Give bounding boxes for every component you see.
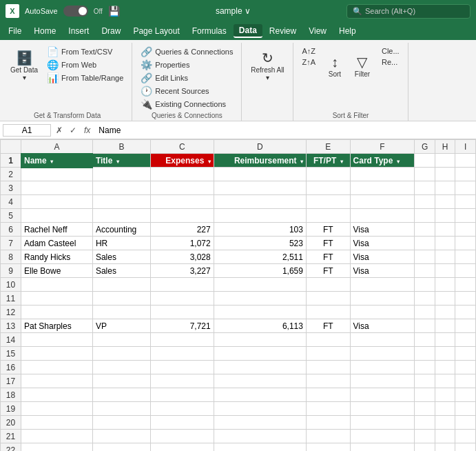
from-text-csv-button[interactable]: 📄 From Text/CSV — [43, 46, 127, 58]
cell-f7[interactable]: Visa — [350, 237, 415, 250]
cell-d13[interactable]: 6,113 — [214, 319, 306, 333]
filename: sample — [216, 6, 242, 16]
cell-a6[interactable]: Rachel Neff — [21, 223, 93, 237]
cell-e8[interactable]: FT — [306, 250, 350, 264]
table-row: 11 — [1, 292, 476, 305]
sort-icon: ↕️ — [331, 55, 338, 69]
get-data-button[interactable]: 🗄️ Get Data ▾ — [7, 46, 41, 87]
table-row: 2 — [1, 168, 476, 181]
sort-az-button[interactable]: A↑Z — [298, 46, 320, 57]
col-header-a[interactable]: A — [21, 140, 93, 154]
menu-pagelayout[interactable]: Page Layout — [127, 25, 185, 37]
cell-a13[interactable]: Pat Sharples — [21, 319, 93, 333]
properties-button[interactable]: ⚙️ Properties — [136, 59, 194, 71]
cell-f13[interactable]: Visa — [350, 319, 415, 333]
cell-a9[interactable]: Elle Bowe — [21, 264, 93, 278]
queries-group: 🔗 Queries & Connections ⚙️ Properties 🔗 … — [132, 43, 242, 121]
menu-file[interactable]: File — [3, 25, 27, 37]
sort-az-icon: A↑Z — [302, 47, 315, 55]
filter-icon: ▽ — [357, 55, 367, 69]
refresh-group: ↻ Refresh All ▾ — [242, 43, 293, 121]
table-row: 8Randy HicksSales3,0282,511FTVisa — [1, 250, 476, 264]
col-header-h[interactable]: H — [435, 140, 455, 154]
cell-b6[interactable]: Accounting — [92, 223, 150, 237]
edit-links-icon: 🔗 — [141, 73, 152, 83]
table-row: 19 — [1, 402, 476, 416]
sort-filter-label: Sort & Filter — [333, 110, 369, 119]
cell-b13[interactable]: VP — [92, 319, 150, 333]
menu-review[interactable]: Review — [264, 25, 302, 37]
cell-d6[interactable]: 103 — [214, 223, 306, 237]
col-header-e[interactable]: E — [306, 140, 350, 154]
table-cell-title-header[interactable]: Title ▾ — [92, 154, 150, 168]
recent-sources-button[interactable]: 🕐 Recent Sources — [136, 85, 213, 97]
cell-e7[interactable]: FT — [306, 237, 350, 250]
menu-insert[interactable]: Insert — [63, 25, 94, 37]
col-header-f[interactable]: F — [350, 140, 415, 154]
cell-e6[interactable]: FT — [306, 223, 350, 237]
sort-button[interactable]: ↕️ Sort — [322, 46, 347, 87]
menu-view[interactable]: View — [303, 25, 332, 37]
queries-icon: 🔗 — [141, 47, 152, 57]
table-row: 16 — [1, 361, 476, 374]
cell-c9[interactable]: 3,227 — [151, 264, 214, 278]
cell-e13[interactable]: FT — [306, 319, 350, 333]
search-box[interactable]: 🔍 Search (Alt+Q) — [346, 4, 470, 19]
cell-f9[interactable]: Visa — [350, 264, 415, 278]
cell-c8[interactable]: 3,028 — [151, 250, 214, 264]
get-data-label: Get Data — [10, 66, 38, 74]
cell-c6[interactable]: 227 — [151, 223, 214, 237]
table-row: 14 — [1, 333, 476, 347]
table-row: 17 — [1, 374, 476, 388]
cell-d8[interactable]: 2,511 — [214, 250, 306, 264]
col-header-g[interactable]: G — [415, 140, 435, 154]
sort-za-button[interactable]: Z↑A — [298, 57, 320, 68]
refresh-all-button[interactable]: ↻ Refresh All ▾ — [248, 46, 287, 87]
col-header-d[interactable]: D — [214, 140, 306, 154]
table-cell-ftpt-header[interactable]: FT/PT ▾ — [306, 154, 350, 168]
existing-connections-button[interactable]: 🔌 Existing Connections — [136, 98, 230, 110]
col-header-b[interactable]: B — [92, 140, 150, 154]
edit-links-button[interactable]: 🔗 Edit Links — [136, 72, 192, 84]
cell-f6[interactable]: Visa — [350, 223, 415, 237]
confirm-formula-icon[interactable]: ✓ — [68, 126, 79, 135]
table-cell-card-header[interactable]: Card Type ▾ — [350, 154, 415, 168]
menu-home[interactable]: Home — [28, 25, 61, 37]
cell-d9[interactable]: 1,659 — [214, 264, 306, 278]
save-icon[interactable]: 💾 — [108, 6, 120, 17]
menu-help[interactable]: Help — [333, 25, 362, 37]
cell-b8[interactable]: Sales — [92, 250, 150, 264]
table-row: 1 Name ▾ Title ▾ Expenses ▾ Reimbursemen… — [1, 154, 476, 168]
cell-a7[interactable]: Adam Casteel — [21, 237, 93, 250]
reapply-button[interactable]: Re... — [377, 57, 404, 68]
cell-f8[interactable]: Visa — [350, 250, 415, 264]
table-cell-name-header[interactable]: Name ▾ — [21, 154, 93, 168]
col-header-i[interactable]: I — [455, 140, 476, 154]
table-row: 15 — [1, 347, 476, 361]
cell-b7[interactable]: HR — [92, 237, 150, 250]
clear-label: Cle... — [382, 47, 400, 55]
get-transform-label: Get & Transform Data — [34, 110, 101, 119]
cell-a8[interactable]: Randy Hicks — [21, 250, 93, 264]
cancel-formula-icon[interactable]: ✗ — [54, 126, 65, 135]
cell-b9[interactable]: Sales — [92, 264, 150, 278]
menu-draw[interactable]: Draw — [96, 25, 126, 37]
table-cell-expenses-header[interactable]: Expenses ▾ — [151, 154, 214, 168]
cell-d7[interactable]: 523 — [214, 237, 306, 250]
from-table-button[interactable]: 📊 From Table/Range — [43, 72, 127, 84]
autosave-toggle[interactable] — [63, 6, 88, 17]
from-web-button[interactable]: 🌐 From Web — [43, 59, 127, 71]
clear-button[interactable]: Cle... — [377, 46, 404, 57]
filter-button[interactable]: ▽ Filter — [350, 46, 375, 87]
menu-data[interactable]: Data — [234, 24, 262, 38]
refresh-icon: ↻ — [262, 51, 273, 65]
menu-formulas[interactable]: Formulas — [187, 25, 232, 37]
queries-connections-button[interactable]: 🔗 Queries & Connections — [136, 46, 237, 58]
cell-reference-box[interactable] — [3, 124, 51, 137]
cell-c7[interactable]: 1,072 — [151, 237, 214, 250]
table-cell-reimb-header[interactable]: Reimbursement ▾ — [214, 154, 306, 168]
col-header-c[interactable]: C — [151, 140, 214, 154]
cell-c13[interactable]: 7,721 — [151, 319, 214, 333]
formula-input[interactable] — [96, 125, 473, 136]
cell-e9[interactable]: FT — [306, 264, 350, 278]
